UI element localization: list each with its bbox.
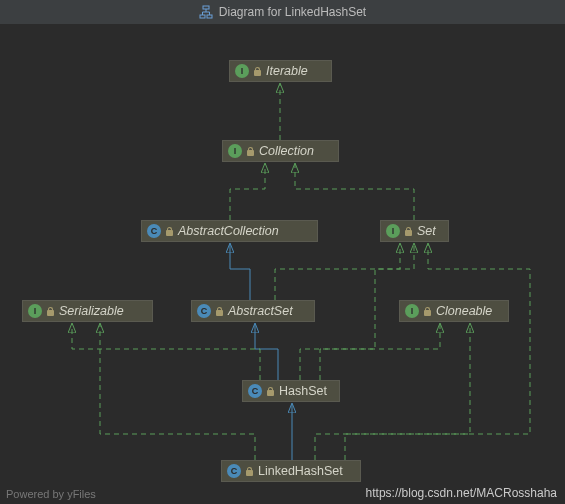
- node-abstractcollection[interactable]: C AbstractCollection: [141, 220, 318, 242]
- edges-layer: [0, 24, 565, 504]
- node-label: Collection: [259, 144, 314, 158]
- node-label: Cloneable: [436, 304, 492, 318]
- lock-icon: [254, 67, 261, 76]
- edge-hashset-cloneable: [320, 324, 440, 380]
- lock-icon: [267, 387, 274, 396]
- class-icon: C: [197, 304, 211, 318]
- edge-abstractcollection-collection: [230, 164, 265, 220]
- lock-icon: [424, 307, 431, 316]
- node-linkedhashset[interactable]: C LinkedHashSet: [221, 460, 361, 482]
- node-label: AbstractCollection: [178, 224, 279, 238]
- edge-linkedhashset-set: [315, 244, 530, 460]
- svg-rect-1: [200, 15, 205, 18]
- interface-icon: I: [235, 64, 249, 78]
- diagram-canvas[interactable]: I Iterable I Collection C AbstractCollec…: [0, 24, 565, 504]
- interface-icon: I: [405, 304, 419, 318]
- node-label: LinkedHashSet: [258, 464, 343, 478]
- class-icon: C: [248, 384, 262, 398]
- edge-hashset-set: [300, 244, 414, 380]
- title-bar: Diagram for LinkedHashSet: [0, 0, 565, 25]
- lock-icon: [47, 307, 54, 316]
- edge-hashset-abstractset: [255, 324, 278, 380]
- diagram-icon: [199, 5, 213, 19]
- node-abstractset[interactable]: C AbstractSet: [191, 300, 315, 322]
- edge-linkedhashset-cloneable: [345, 324, 470, 460]
- edge-abstractset-abstractcollection: [230, 244, 250, 300]
- node-collection[interactable]: I Collection: [222, 140, 339, 162]
- edge-hashset-serializable: [72, 324, 260, 380]
- lock-icon: [166, 227, 173, 236]
- lock-icon: [216, 307, 223, 316]
- interface-icon: I: [386, 224, 400, 238]
- lock-icon: [405, 227, 412, 236]
- node-cloneable[interactable]: I Cloneable: [399, 300, 509, 322]
- lock-icon: [246, 467, 253, 476]
- node-label: Iterable: [266, 64, 308, 78]
- node-serializable[interactable]: I Serializable: [22, 300, 153, 322]
- svg-rect-0: [203, 6, 209, 9]
- edge-linkedhashset-serializable: [100, 324, 255, 460]
- node-label: AbstractSet: [228, 304, 293, 318]
- title-text: Diagram for LinkedHashSet: [219, 5, 366, 19]
- node-set[interactable]: I Set: [380, 220, 449, 242]
- node-iterable[interactable]: I Iterable: [229, 60, 332, 82]
- watermark-text: https://blog.csdn.net/MACRosshaha: [366, 486, 557, 500]
- node-label: Set: [417, 224, 436, 238]
- class-icon: C: [227, 464, 241, 478]
- edge-set-collection: [295, 164, 414, 220]
- node-label: HashSet: [279, 384, 327, 398]
- interface-icon: I: [228, 144, 242, 158]
- node-hashset[interactable]: C HashSet: [242, 380, 340, 402]
- svg-rect-2: [207, 15, 212, 18]
- interface-icon: I: [28, 304, 42, 318]
- lock-icon: [247, 147, 254, 156]
- edge-abstractset-set: [275, 244, 400, 300]
- node-label: Serializable: [59, 304, 124, 318]
- powered-by-label: Powered by yFiles: [6, 488, 96, 500]
- class-icon: C: [147, 224, 161, 238]
